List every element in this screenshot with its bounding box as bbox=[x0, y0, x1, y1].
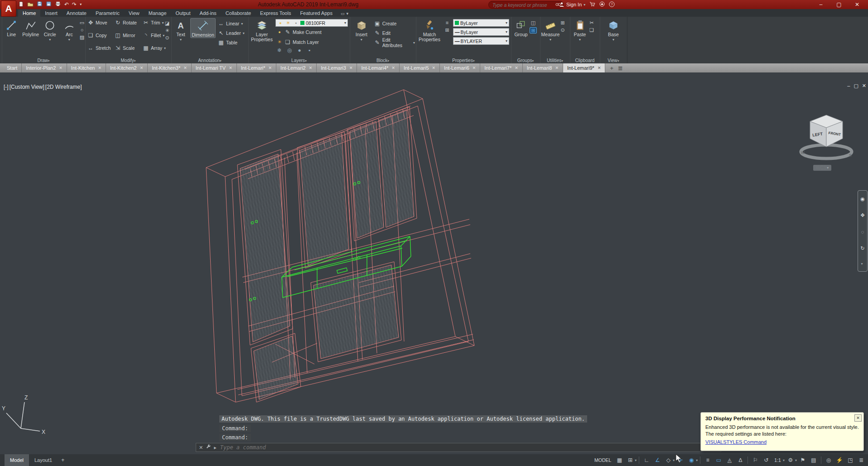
close-button[interactable]: ✕ bbox=[848, 0, 866, 9]
tab-close-icon[interactable]: ✕ bbox=[598, 66, 601, 70]
tab-annotate[interactable]: Annotate bbox=[62, 10, 91, 17]
panel-title-block[interactable]: Block ▾ bbox=[350, 58, 416, 63]
zoom-icon[interactable]: ◌ bbox=[861, 229, 864, 235]
steering-wheel-icon[interactable]: ◉ bbox=[860, 196, 865, 202]
panel-title-properties[interactable]: Properties ▾ bbox=[416, 58, 511, 63]
snap-toggle-icon[interactable]: ⊞ bbox=[625, 456, 635, 465]
table-button[interactable]: ▦Table bbox=[217, 38, 246, 47]
cut-icon[interactable]: ✂ bbox=[588, 20, 595, 25]
tab-home[interactable]: Home bbox=[18, 10, 40, 17]
ungroup-icon[interactable]: ◫ bbox=[530, 20, 536, 25]
maximize-button[interactable]: ▢ bbox=[830, 0, 848, 9]
command-customize-icon[interactable] bbox=[206, 444, 211, 451]
annotation-monitor-icon[interactable]: ⚑ bbox=[798, 456, 808, 465]
properties-table-icon[interactable]: ⊞ bbox=[444, 27, 450, 33]
file-tab[interactable]: Int-Lemari6✕ bbox=[440, 63, 480, 72]
tab-close-icon[interactable]: ✕ bbox=[515, 66, 518, 70]
file-tab[interactable]: Int-Kitchen3*✕ bbox=[148, 63, 192, 72]
layer-isolate-icon[interactable]: ◎ bbox=[286, 48, 293, 53]
viewcube-west-label[interactable]: W bbox=[801, 150, 805, 155]
tab-close-icon[interactable]: ✕ bbox=[98, 66, 101, 70]
command-close-icon[interactable]: ✕ bbox=[199, 445, 203, 451]
move-button[interactable]: ✥Move bbox=[87, 18, 114, 27]
object-color-dropdown[interactable]: ByLayer ▾ bbox=[453, 19, 509, 27]
tab-close-icon[interactable]: ✕ bbox=[229, 66, 232, 70]
ortho-toggle-icon[interactable]: ∟ bbox=[641, 456, 651, 465]
view-name-control[interactable]: [Custom View] bbox=[10, 84, 44, 90]
linetype-dropdown[interactable]: — ByLayer ▾ bbox=[453, 28, 509, 36]
panel-title-view[interactable]: View ▾ bbox=[600, 58, 627, 63]
annotation-visibility-icon[interactable]: ⚐ bbox=[750, 456, 760, 465]
arc-button[interactable]: Arc ▾ bbox=[60, 18, 79, 41]
tab-insert[interactable]: Insert bbox=[40, 10, 62, 17]
plot-icon[interactable] bbox=[55, 1, 61, 8]
panel-title-clipboard[interactable]: Clipboard bbox=[570, 58, 600, 63]
tab-express-tools[interactable]: Express Tools bbox=[256, 10, 295, 17]
dynamic-ucs-icon[interactable]: ∆ bbox=[735, 456, 745, 465]
text-button[interactable]: A Text ▾ bbox=[173, 18, 189, 41]
viewport-close-icon[interactable]: ✕ bbox=[862, 83, 866, 89]
insert-button[interactable]: Insert ▾ bbox=[352, 18, 371, 41]
layout1-tab[interactable]: Layout1 bbox=[29, 454, 58, 466]
tab-collaborate[interactable]: Collaborate bbox=[221, 10, 256, 17]
file-tab[interactable]: Int-Lemari2✕ bbox=[276, 63, 317, 72]
scale-button[interactable]: ⇲Scale bbox=[114, 43, 142, 53]
layer-off-icon[interactable]: ● bbox=[296, 48, 303, 53]
selection-cycling-icon[interactable]: ▭ bbox=[714, 456, 723, 465]
panel-title-groups[interactable]: Groups ▾ bbox=[511, 58, 540, 63]
file-tab[interactable]: Int-Kitchen2✕ bbox=[106, 63, 148, 72]
erase-icon[interactable]: ◪ bbox=[164, 20, 170, 26]
file-tab-start[interactable]: Start bbox=[3, 63, 22, 72]
workspace-caret-icon[interactable]: ▾ bbox=[795, 458, 797, 462]
tab-close-icon[interactable]: ✕ bbox=[140, 66, 144, 70]
tab-close-icon[interactable]: ✕ bbox=[349, 66, 353, 70]
viewport-menu-control[interactable]: [-] bbox=[4, 84, 9, 90]
wcs-menu[interactable]: WCS ▾ bbox=[813, 165, 831, 171]
tab-close-icon[interactable]: ✕ bbox=[473, 66, 476, 70]
ribbon-display-toggle[interactable]: ▭ ▾ bbox=[341, 11, 348, 17]
3d-osnap-icon[interactable]: ◬ bbox=[724, 456, 734, 465]
scale-caret-icon[interactable]: ▾ bbox=[783, 458, 785, 462]
file-tab-active[interactable]: Int-Lemari9*✕ bbox=[563, 63, 605, 72]
drawing-canvas[interactable]: Z Y X bbox=[0, 72, 868, 454]
trim-button[interactable]: ✂Trim▾ bbox=[142, 18, 167, 27]
line-button[interactable]: Line bbox=[2, 18, 21, 37]
navbar-menu-caret-icon[interactable]: ▾ bbox=[861, 262, 863, 266]
panel-title-draw[interactable]: Draw ▾ bbox=[2, 58, 85, 63]
tab-close-icon[interactable]: ✕ bbox=[269, 66, 272, 70]
explode-icon[interactable]: ✳ bbox=[164, 28, 170, 33]
layer-freeze-icon[interactable]: ❄ bbox=[276, 48, 283, 53]
rotate-button[interactable]: ↻Rotate bbox=[114, 18, 142, 27]
paste-button[interactable]: Paste ▾ bbox=[571, 18, 588, 41]
lineweight-dropdown[interactable]: — BYLAYER ▾ bbox=[453, 37, 509, 45]
tab-close-icon[interactable]: ✕ bbox=[555, 66, 559, 70]
iso-caret-icon[interactable]: ▾ bbox=[673, 458, 675, 462]
panel-title-layers[interactable]: Layers ▾ bbox=[248, 58, 350, 63]
file-tab[interactable]: Int-Lemari4*✕ bbox=[357, 63, 399, 72]
panel-title-annotation[interactable]: Annotation ▾ bbox=[171, 58, 248, 63]
command-input[interactable] bbox=[219, 444, 714, 451]
autodesk-account-icon[interactable] bbox=[599, 1, 605, 8]
fillet-button[interactable]: ◝Fillet▾ bbox=[142, 31, 167, 40]
autoscale-icon[interactable]: ↺ bbox=[761, 456, 771, 465]
application-menu-button[interactable]: A bbox=[1, 0, 16, 17]
ucs-icon[interactable] bbox=[6, 402, 40, 431]
circle-button[interactable]: Circle ▾ bbox=[40, 18, 60, 41]
visual-style-control[interactable]: [2D Wireframe] bbox=[45, 84, 82, 90]
tab-close-icon[interactable]: ✕ bbox=[183, 66, 187, 70]
save-as-icon[interactable] bbox=[46, 1, 52, 8]
cabinet-door-panels[interactable] bbox=[240, 110, 414, 399]
file-tab[interactable]: Interior-Plan2✕ bbox=[22, 63, 67, 72]
clean-screen-icon[interactable]: ◳ bbox=[845, 456, 855, 465]
make-current-button[interactable]: ● ✎ Make Current bbox=[275, 28, 348, 37]
group-button[interactable]: Group bbox=[512, 18, 530, 37]
osnap-caret-icon[interactable]: ▾ bbox=[696, 458, 698, 462]
tab-featured-apps[interactable]: Featured Apps bbox=[295, 10, 337, 17]
copy-clip-icon[interactable]: ❏ bbox=[588, 27, 595, 33]
layer-lock-tool-icon[interactable]: ▪ bbox=[306, 48, 313, 53]
id-point-icon[interactable]: ⊙ bbox=[559, 27, 566, 33]
graphics-performance-icon[interactable]: ⚡ bbox=[834, 456, 844, 465]
rectangle-tool-icon[interactable]: ▭ bbox=[79, 20, 85, 25]
model-tab[interactable]: Model bbox=[5, 454, 29, 466]
file-tab[interactable]: Int-Lemari5✕ bbox=[400, 63, 440, 72]
